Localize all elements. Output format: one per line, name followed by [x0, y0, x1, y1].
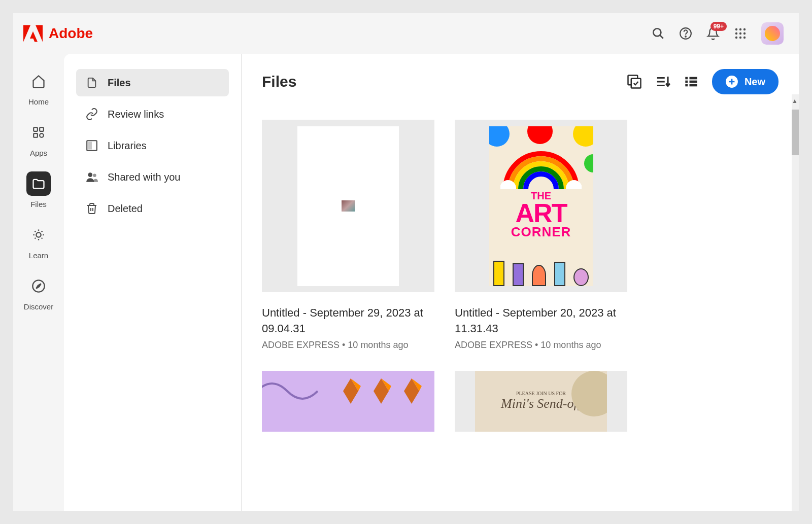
- svg-marker-1: [23, 25, 30, 42]
- rail-home[interactable]: Home: [26, 69, 51, 106]
- svg-point-34: [93, 174, 96, 178]
- people-icon: [85, 170, 98, 184]
- home-icon: [26, 69, 51, 93]
- svg-rect-16: [33, 127, 38, 131]
- file-thumbnail: PLEASE JOIN US FOR Mini's Send-off: [455, 371, 627, 432]
- top-header: Adobe 99+: [13, 13, 799, 54]
- art-art: ART: [511, 201, 571, 226]
- svg-point-19: [40, 133, 44, 137]
- apps-grid-icon[interactable]: [734, 27, 747, 40]
- rail-label: Learn: [29, 251, 48, 260]
- file-thumbnail: [262, 120, 434, 292]
- rail-apps[interactable]: Apps: [26, 120, 51, 157]
- trash-icon: [85, 202, 98, 215]
- sendoff-prefix: PLEASE JOIN US FOR: [516, 391, 566, 396]
- notifications-icon[interactable]: 99+: [706, 27, 720, 40]
- svg-point-15: [743, 37, 746, 39]
- compass-icon: [26, 274, 51, 298]
- logo-area[interactable]: Adobe: [23, 24, 93, 43]
- svg-rect-43: [685, 77, 688, 80]
- rail-discover[interactable]: Discover: [24, 274, 53, 311]
- svg-marker-2: [30, 31, 38, 42]
- rail-label: Apps: [30, 149, 47, 157]
- svg-point-33: [88, 172, 92, 177]
- bulb-icon: [26, 223, 51, 247]
- rail-files[interactable]: Files: [26, 171, 51, 208]
- rail-label: Home: [28, 97, 49, 106]
- svg-point-13: [735, 37, 737, 39]
- new-button-label: New: [745, 76, 765, 88]
- svg-point-10: [735, 32, 737, 34]
- help-icon[interactable]: [679, 27, 692, 40]
- scrollbar-up-arrow[interactable]: ▲: [792, 97, 798, 104]
- rail-label: Discover: [24, 302, 53, 311]
- svg-rect-46: [689, 81, 697, 83]
- svg-rect-18: [33, 133, 38, 137]
- sidebar-item-shared[interactable]: Shared with you: [76, 163, 229, 191]
- toolbar: New: [627, 69, 779, 94]
- svg-rect-32: [89, 143, 91, 149]
- new-button[interactable]: New: [712, 69, 779, 94]
- svg-marker-30: [36, 284, 41, 288]
- file-title: Untitled - September 29, 2023 at 09.04.3…: [262, 305, 434, 337]
- file-title: Untitled - September 20, 2023 at 11.31.4…: [455, 305, 627, 337]
- svg-marker-56: [374, 378, 389, 404]
- file-meta: ADOBE EXPRESS • 10 months ago: [262, 340, 434, 351]
- sendoff-title: Mini's Send-off: [501, 396, 581, 411]
- sidebar-label: Review links: [108, 109, 164, 120]
- file-icon: [85, 76, 98, 89]
- svg-rect-47: [685, 84, 688, 87]
- sidebar-label: Deleted: [108, 203, 143, 215]
- svg-line-4: [660, 35, 663, 39]
- svg-rect-44: [689, 77, 697, 80]
- sidebar: Files Review links Libraries: [64, 54, 242, 511]
- svg-point-7: [735, 28, 737, 30]
- file-card[interactable]: Untitled - September 29, 2023 at 09.04.3…: [262, 120, 434, 351]
- nav-rail: Home Apps Files Learn: [13, 54, 64, 511]
- adobe-logo-icon: [23, 24, 43, 43]
- files-grid: Untitled - September 29, 2023 at 09.04.3…: [262, 120, 779, 445]
- sort-icon[interactable]: [655, 74, 670, 89]
- svg-line-26: [42, 238, 43, 239]
- svg-point-3: [653, 28, 661, 36]
- svg-marker-0: [36, 25, 43, 42]
- svg-rect-48: [689, 84, 697, 87]
- list-view-icon[interactable]: [684, 74, 699, 89]
- link-icon: [85, 108, 98, 121]
- sidebar-item-files[interactable]: Files: [76, 69, 229, 96]
- svg-point-8: [739, 28, 741, 30]
- file-card[interactable]: PLEASE JOIN US FOR Mini's Send-off: [455, 371, 627, 445]
- apps-icon: [26, 120, 51, 145]
- file-thumbnail: THE ART CORNER: [455, 120, 627, 292]
- file-thumbnail: [262, 371, 434, 432]
- file-card[interactable]: [262, 371, 434, 445]
- select-icon[interactable]: [627, 74, 642, 89]
- svg-marker-54: [343, 378, 358, 404]
- svg-point-11: [739, 32, 741, 34]
- svg-rect-17: [40, 127, 44, 131]
- file-meta: ADOBE EXPRESS • 10 months ago: [455, 340, 627, 351]
- folder-icon: [26, 171, 51, 196]
- svg-point-9: [743, 28, 746, 30]
- svg-line-27: [35, 238, 36, 239]
- scrollbar-thumb[interactable]: [792, 110, 799, 155]
- sidebar-item-review-links[interactable]: Review links: [76, 100, 229, 128]
- scrollbar[interactable]: [792, 94, 799, 511]
- svg-rect-45: [685, 81, 688, 83]
- file-card[interactable]: THE ART CORNER: [455, 120, 627, 351]
- svg-point-12: [743, 32, 746, 34]
- sidebar-item-libraries[interactable]: Libraries: [76, 132, 229, 159]
- sidebar-label: Files: [108, 77, 131, 89]
- library-icon: [85, 139, 98, 152]
- sidebar-item-deleted[interactable]: Deleted: [76, 195, 229, 222]
- page-title: Files: [262, 73, 296, 90]
- header-actions: 99+: [652, 22, 784, 45]
- sidebar-label: Shared with you: [108, 171, 180, 183]
- notification-badge: 99+: [710, 22, 727, 31]
- rail-learn[interactable]: Learn: [26, 223, 51, 260]
- svg-point-6: [685, 36, 686, 37]
- search-icon[interactable]: [652, 27, 665, 40]
- avatar[interactable]: [761, 22, 784, 45]
- svg-line-25: [35, 231, 36, 232]
- svg-marker-58: [404, 378, 419, 404]
